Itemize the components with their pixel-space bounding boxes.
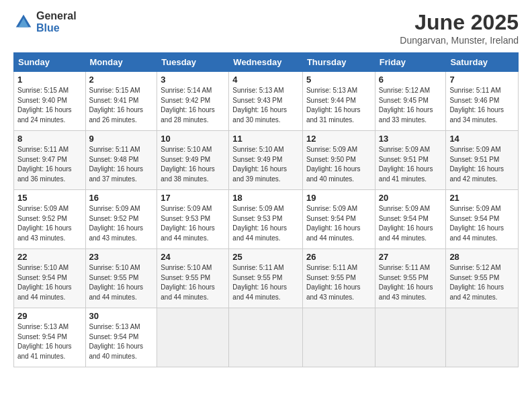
day-number: 12	[306, 134, 371, 144]
day-number: 2	[89, 75, 154, 85]
table-row: 19Sunrise: 5:09 AMSunset: 9:54 PMDayligh…	[302, 190, 375, 249]
table-row: 27Sunrise: 5:11 AMSunset: 9:55 PMDayligh…	[375, 249, 446, 308]
table-row: 28Sunrise: 5:12 AMSunset: 9:55 PMDayligh…	[446, 249, 519, 308]
day-number: 1	[17, 75, 82, 85]
table-row: 26Sunrise: 5:11 AMSunset: 9:55 PMDayligh…	[302, 249, 375, 308]
logo-blue: Blue	[36, 22, 77, 34]
header-area: General Blue June 2025 Dungarvan, Munste…	[13, 10, 519, 46]
logo-icon	[13, 12, 34, 32]
day-info: Sunrise: 5:09 AMSunset: 9:54 PMDaylight:…	[449, 204, 515, 243]
table-row: 16Sunrise: 5:09 AMSunset: 9:52 PMDayligh…	[85, 190, 157, 249]
day-info: Sunrise: 5:11 AMSunset: 9:46 PMDaylight:…	[449, 86, 515, 125]
table-row: 14Sunrise: 5:09 AMSunset: 9:51 PMDayligh…	[446, 131, 519, 190]
title-area: June 2025 Dungarvan, Munster, Ireland	[400, 10, 519, 46]
day-info: Sunrise: 5:09 AMSunset: 9:51 PMDaylight:…	[379, 145, 443, 184]
table-row: 6Sunrise: 5:12 AMSunset: 9:45 PMDaylight…	[375, 72, 446, 131]
day-info: Sunrise: 5:10 AMSunset: 9:55 PMDaylight:…	[89, 263, 154, 302]
month-title: June 2025	[400, 10, 519, 35]
day-number: 17	[161, 193, 225, 203]
day-number: 24	[161, 252, 225, 262]
day-number: 13	[379, 134, 443, 144]
table-row: 22Sunrise: 5:10 AMSunset: 9:54 PMDayligh…	[14, 249, 86, 308]
logo-text: General Blue	[36, 10, 77, 34]
day-number: 10	[161, 134, 225, 144]
table-row: 23Sunrise: 5:10 AMSunset: 9:55 PMDayligh…	[85, 249, 157, 308]
table-row: 7Sunrise: 5:11 AMSunset: 9:46 PMDaylight…	[446, 72, 519, 131]
day-number: 21	[449, 193, 515, 203]
day-number: 22	[17, 252, 82, 262]
day-number: 5	[306, 75, 371, 85]
calendar-week-row: 1Sunrise: 5:15 AMSunset: 9:40 PMDaylight…	[14, 72, 519, 131]
day-info: Sunrise: 5:09 AMSunset: 9:52 PMDaylight:…	[89, 204, 154, 243]
col-saturday: Saturday	[446, 53, 519, 72]
day-info: Sunrise: 5:10 AMSunset: 9:49 PMDaylight:…	[232, 145, 299, 184]
day-number: 29	[17, 311, 82, 321]
day-number: 27	[379, 252, 443, 262]
col-monday: Monday	[85, 53, 157, 72]
col-friday: Friday	[375, 53, 446, 72]
calendar: Sunday Monday Tuesday Wednesday Thursday…	[13, 52, 519, 367]
day-info: Sunrise: 5:11 AMSunset: 9:47 PMDaylight:…	[17, 145, 82, 184]
page: General Blue June 2025 Dungarvan, Munste…	[0, 0, 532, 411]
table-row: 18Sunrise: 5:09 AMSunset: 9:53 PMDayligh…	[229, 190, 303, 249]
day-number: 14	[449, 134, 515, 144]
day-number: 28	[449, 252, 515, 262]
table-row	[375, 308, 446, 367]
day-info: Sunrise: 5:12 AMSunset: 9:55 PMDaylight:…	[449, 263, 515, 302]
day-number: 16	[89, 193, 154, 203]
logo: General Blue	[13, 10, 77, 34]
calendar-week-row: 22Sunrise: 5:10 AMSunset: 9:54 PMDayligh…	[14, 249, 519, 308]
day-number: 18	[232, 193, 299, 203]
day-number: 7	[449, 75, 515, 85]
day-number: 6	[379, 75, 443, 85]
table-row: 25Sunrise: 5:11 AMSunset: 9:55 PMDayligh…	[229, 249, 303, 308]
day-number: 25	[232, 252, 299, 262]
calendar-week-row: 29Sunrise: 5:13 AMSunset: 9:54 PMDayligh…	[14, 308, 519, 367]
day-info: Sunrise: 5:13 AMSunset: 9:54 PMDaylight:…	[17, 322, 82, 361]
table-row: 10Sunrise: 5:10 AMSunset: 9:49 PMDayligh…	[157, 131, 229, 190]
table-row: 30Sunrise: 5:13 AMSunset: 9:54 PMDayligh…	[85, 308, 157, 367]
day-info: Sunrise: 5:13 AMSunset: 9:54 PMDaylight:…	[89, 322, 154, 361]
day-info: Sunrise: 5:10 AMSunset: 9:54 PMDaylight:…	[17, 263, 82, 302]
table-row	[446, 308, 519, 367]
day-number: 4	[232, 75, 299, 85]
day-info: Sunrise: 5:12 AMSunset: 9:45 PMDaylight:…	[379, 86, 443, 125]
day-info: Sunrise: 5:09 AMSunset: 9:50 PMDaylight:…	[306, 145, 371, 184]
table-row: 3Sunrise: 5:14 AMSunset: 9:42 PMDaylight…	[157, 72, 229, 131]
table-row: 5Sunrise: 5:13 AMSunset: 9:44 PMDaylight…	[302, 72, 375, 131]
table-row: 29Sunrise: 5:13 AMSunset: 9:54 PMDayligh…	[14, 308, 86, 367]
col-wednesday: Wednesday	[229, 53, 303, 72]
calendar-header-row: Sunday Monday Tuesday Wednesday Thursday…	[14, 53, 519, 72]
table-row: 12Sunrise: 5:09 AMSunset: 9:50 PMDayligh…	[302, 131, 375, 190]
day-info: Sunrise: 5:13 AMSunset: 9:43 PMDaylight:…	[232, 86, 299, 125]
table-row: 4Sunrise: 5:13 AMSunset: 9:43 PMDaylight…	[229, 72, 303, 131]
table-row: 2Sunrise: 5:15 AMSunset: 9:41 PMDaylight…	[85, 72, 157, 131]
day-info: Sunrise: 5:09 AMSunset: 9:54 PMDaylight:…	[379, 204, 443, 243]
day-info: Sunrise: 5:13 AMSunset: 9:44 PMDaylight:…	[306, 86, 371, 125]
day-info: Sunrise: 5:10 AMSunset: 9:55 PMDaylight:…	[161, 263, 225, 302]
table-row	[157, 308, 229, 367]
table-row: 20Sunrise: 5:09 AMSunset: 9:54 PMDayligh…	[375, 190, 446, 249]
day-info: Sunrise: 5:14 AMSunset: 9:42 PMDaylight:…	[161, 86, 225, 125]
day-number: 9	[89, 134, 154, 144]
col-sunday: Sunday	[14, 53, 86, 72]
day-number: 30	[89, 311, 154, 321]
table-row: 15Sunrise: 5:09 AMSunset: 9:52 PMDayligh…	[14, 190, 86, 249]
table-row	[229, 308, 303, 367]
day-info: Sunrise: 5:09 AMSunset: 9:51 PMDaylight:…	[449, 145, 515, 184]
day-info: Sunrise: 5:09 AMSunset: 9:52 PMDaylight:…	[17, 204, 82, 243]
day-number: 26	[306, 252, 371, 262]
table-row: 17Sunrise: 5:09 AMSunset: 9:53 PMDayligh…	[157, 190, 229, 249]
col-tuesday: Tuesday	[157, 53, 229, 72]
day-info: Sunrise: 5:11 AMSunset: 9:48 PMDaylight:…	[89, 145, 154, 184]
table-row: 11Sunrise: 5:10 AMSunset: 9:49 PMDayligh…	[229, 131, 303, 190]
calendar-week-row: 8Sunrise: 5:11 AMSunset: 9:47 PMDaylight…	[14, 131, 519, 190]
table-row: 8Sunrise: 5:11 AMSunset: 9:47 PMDaylight…	[14, 131, 86, 190]
table-row: 1Sunrise: 5:15 AMSunset: 9:40 PMDaylight…	[14, 72, 86, 131]
day-number: 23	[89, 252, 154, 262]
day-info: Sunrise: 5:09 AMSunset: 9:53 PMDaylight:…	[161, 204, 225, 243]
day-number: 20	[379, 193, 443, 203]
day-number: 19	[306, 193, 371, 203]
calendar-week-row: 15Sunrise: 5:09 AMSunset: 9:52 PMDayligh…	[14, 190, 519, 249]
day-info: Sunrise: 5:15 AMSunset: 9:40 PMDaylight:…	[17, 86, 82, 125]
